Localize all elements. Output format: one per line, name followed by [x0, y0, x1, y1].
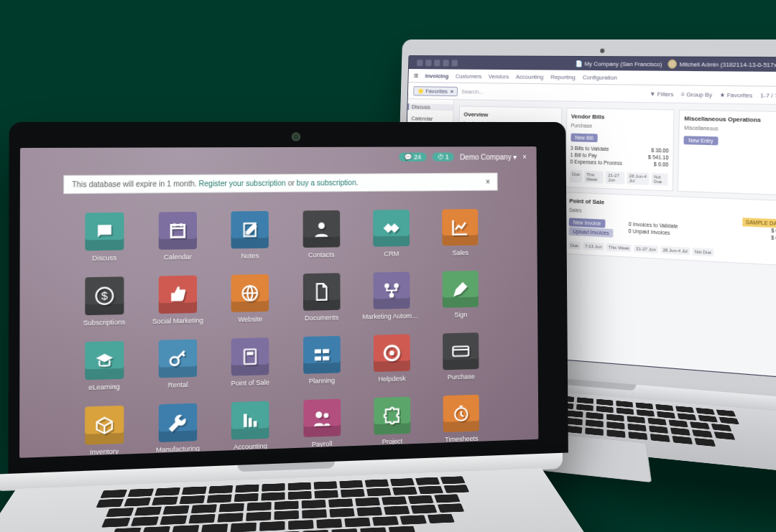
menu-item[interactable]: Configuration	[583, 74, 617, 81]
expiry-banner: This database will expire in 1 month. Re…	[63, 172, 498, 194]
svg-rect-11	[323, 349, 329, 353]
card-icon	[443, 332, 479, 370]
app-helpdesk[interactable]: Helpdesk	[361, 334, 422, 383]
flow-icon	[373, 272, 410, 309]
app-label: Point of Sale	[231, 378, 270, 387]
pos-card: Point of SaleSales New Invoice Upload In…	[563, 192, 776, 266]
app-label: Documents	[305, 314, 338, 322]
app-label: Sign	[454, 311, 467, 319]
contact-icon	[302, 210, 340, 248]
dollar-icon: $	[85, 276, 124, 315]
app-notes[interactable]: Notes	[218, 211, 281, 261]
app-contacts[interactable]: Contacts	[290, 210, 352, 259]
svg-rect-8	[244, 349, 256, 364]
svg-point-17	[315, 411, 322, 418]
app-timesheets[interactable]: Timesheets	[431, 394, 491, 444]
app-label: Contacts	[308, 251, 335, 259]
company-badge[interactable]: 📄 My Company (San Francisco)	[576, 60, 662, 67]
svg-text:$: $	[101, 289, 108, 302]
note-icon	[231, 211, 269, 248]
app-social-marketing[interactable]: Social Marketing	[146, 275, 210, 325]
new-entry-button[interactable]: New Entry	[684, 136, 718, 145]
apps-icon[interactable]: ⊞	[414, 73, 419, 79]
app-discuss[interactable]: Discuss	[72, 213, 137, 263]
menu-item[interactable]: Reporting	[550, 73, 576, 80]
messages-badge[interactable]: 💬 24	[399, 153, 426, 162]
sidebar-item[interactable]: Discuss	[407, 103, 453, 111]
app-sign[interactable]: Sign	[430, 271, 491, 319]
svg-point-6	[389, 293, 394, 298]
app-label: CRM	[384, 250, 399, 258]
app-label: Project	[382, 437, 403, 445]
search-input[interactable]: Search...	[458, 88, 650, 97]
banner-close-icon[interactable]: ×	[486, 178, 490, 186]
app-rental[interactable]: Rental	[146, 339, 210, 390]
pos-icon	[231, 337, 269, 375]
svg-rect-16	[453, 346, 469, 356]
app-project[interactable]: Project	[361, 396, 422, 447]
app-launcher: 💬 24 ⏱ 1 Demo Company ▾ × This database …	[19, 146, 538, 458]
app-calendar[interactable]: Calendar	[146, 212, 210, 261]
app-label: Notes	[241, 252, 259, 260]
app-elearning[interactable]: eLearning	[72, 341, 137, 392]
app-marketing-automat-[interactable]: Marketing Automat...	[361, 271, 422, 320]
file-icon	[302, 273, 340, 311]
app-purchase[interactable]: Purchase	[431, 332, 491, 381]
menu-item[interactable]: Vendors	[489, 73, 509, 79]
app-payroll[interactable]: Payroll	[291, 398, 353, 449]
chart-icon	[442, 209, 478, 246]
puzzle-icon	[374, 397, 410, 435]
app-label: Helpdesk	[378, 375, 405, 383]
thumb-icon	[159, 276, 197, 314]
svg-point-5	[394, 283, 399, 288]
grad-icon	[85, 341, 124, 380]
groupby-button[interactable]: ≡ Group By	[681, 90, 712, 98]
svg-rect-9	[247, 352, 254, 355]
app-label: Inventory	[90, 447, 119, 456]
app-point-of-sale[interactable]: Point of Sale	[218, 337, 282, 388]
app-subscriptions[interactable]: $Subscriptions	[72, 276, 137, 327]
help-icon	[374, 334, 410, 372]
app-inventory[interactable]: Inventory	[72, 405, 137, 457]
app-label: Manufacturing	[156, 444, 200, 454]
app-label: Subscriptions	[83, 318, 126, 327]
app-label: Discuss	[92, 254, 116, 262]
activity-badge[interactable]: ⏱ 1	[432, 152, 454, 161]
menu-item[interactable]: Customers	[456, 73, 482, 79]
menu-item[interactable]: Accounting	[516, 73, 544, 80]
new-invoice-button[interactable]: New Invoice	[568, 218, 605, 228]
register-link[interactable]: Register your subscription	[199, 179, 286, 187]
app-label: Marketing Automat...	[362, 312, 420, 320]
app-label: Payroll	[312, 440, 333, 448]
search-tag[interactable]: ⭐ Favorites ×	[413, 86, 458, 96]
close-icon[interactable]: ×	[522, 153, 527, 161]
upload-invoices-button[interactable]: Upload Invoices	[568, 227, 614, 238]
misc-card: Miscellaneous OperationsMiscellaneous Ne…	[678, 110, 776, 196]
calendar-icon	[159, 212, 197, 250]
app-label: Rental	[168, 381, 188, 389]
app-brand[interactable]: Invoicing	[425, 73, 449, 79]
company-selector[interactable]: Demo Company ▾	[460, 153, 517, 161]
user-menu[interactable]: Mitchell Admin (3182114-13-0-517x13-all)	[668, 60, 776, 70]
buy-link[interactable]: buy a subscription	[297, 179, 356, 187]
new-bill-button[interactable]: New Bill	[571, 134, 598, 142]
app-accounting[interactable]: Accounting	[219, 401, 282, 452]
app-website[interactable]: Website	[218, 274, 282, 324]
app-manufacturing[interactable]: Manufacturing	[146, 403, 210, 454]
acct-icon	[231, 401, 269, 440]
clock-icon	[443, 395, 479, 433]
pager: 1-7 / 7	[760, 92, 776, 99]
people-icon	[303, 399, 341, 438]
favorites-button[interactable]: ★ Favorites	[720, 91, 753, 98]
handshake-icon	[373, 210, 410, 247]
app-documents[interactable]: Documents	[290, 273, 352, 322]
svg-rect-12	[315, 357, 321, 361]
app-label: Purchase	[448, 373, 475, 381]
app-planning[interactable]: Planning	[290, 335, 352, 385]
app-crm[interactable]: CRM	[361, 210, 422, 258]
app-sales[interactable]: Sales	[430, 209, 491, 257]
card-title: Overview	[463, 111, 557, 120]
filters-button[interactable]: ▼ Filters	[650, 90, 673, 98]
globe-icon	[231, 274, 269, 312]
svg-rect-13	[323, 356, 329, 360]
